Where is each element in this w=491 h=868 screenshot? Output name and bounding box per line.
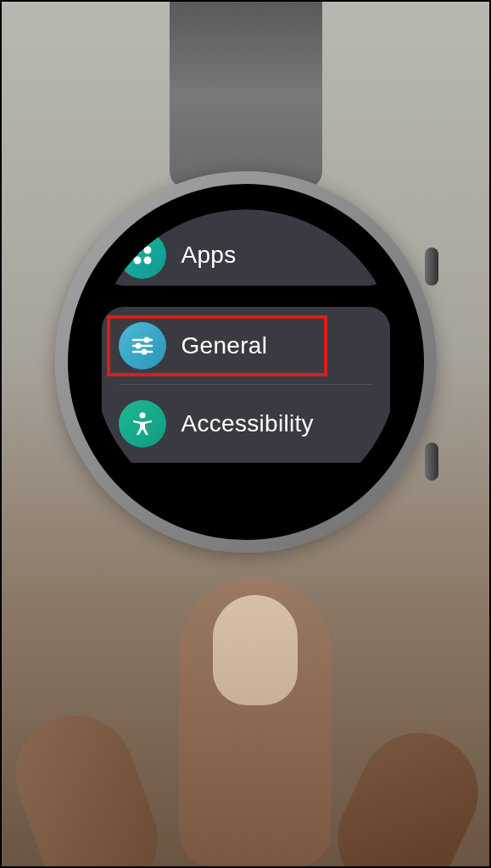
apps-label: Apps	[181, 242, 237, 269]
svg-point-1	[143, 247, 151, 254]
svg-point-2	[133, 257, 141, 264]
accessibility-label: Accessibility	[181, 410, 314, 437]
watch-button-bottom[interactable]	[425, 442, 438, 481]
accessibility-icon	[119, 400, 166, 448]
finger-right	[318, 714, 491, 868]
svg-point-5	[143, 337, 149, 343]
watch-screen[interactable]: Apps General	[93, 209, 399, 515]
watch-band-top	[170, 2, 322, 188]
settings-list[interactable]: Apps General	[93, 209, 399, 515]
svg-point-10	[139, 413, 145, 419]
settings-item-apps[interactable]: Apps	[119, 231, 373, 279]
watch-button-top[interactable]	[425, 248, 438, 286]
sliders-icon	[119, 322, 166, 370]
svg-point-3	[143, 257, 151, 264]
settings-group-bottom: General Accessibility	[102, 307, 390, 463]
settings-item-general[interactable]: General	[102, 307, 390, 385]
finger-left	[0, 699, 174, 868]
svg-point-9	[141, 349, 147, 355]
svg-point-7	[135, 343, 141, 349]
general-label: General	[181, 332, 268, 359]
settings-item-accessibility[interactable]: Accessibility	[102, 385, 390, 463]
hand	[2, 544, 491, 866]
thumb	[179, 578, 332, 866]
